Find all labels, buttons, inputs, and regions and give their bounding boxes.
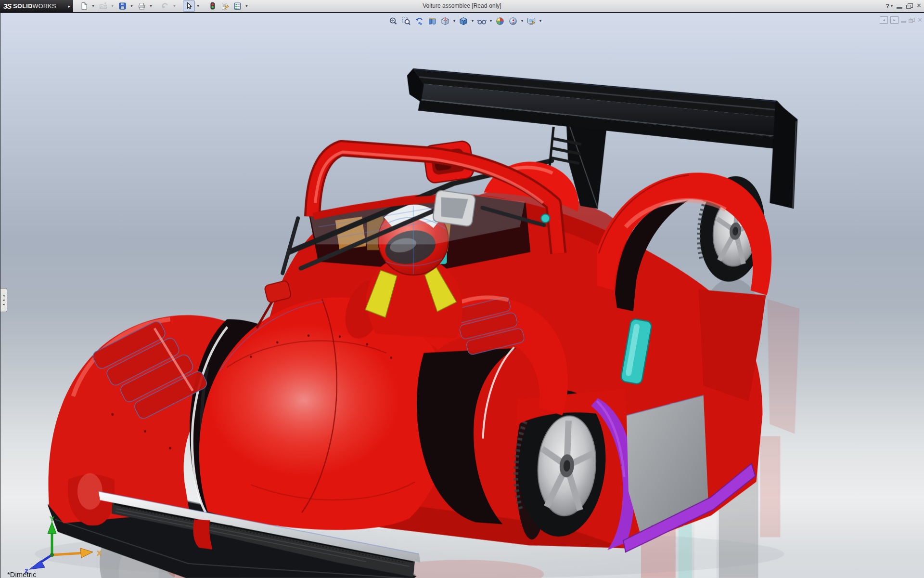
apply-scene-button[interactable] — [507, 15, 519, 26]
previous-view-icon — [414, 16, 424, 26]
solidworks-wordmark: SOLIDWORKS — [13, 3, 56, 10]
edit-appearance-icon — [495, 16, 505, 26]
view-settings-icon — [526, 16, 536, 26]
flyout-right-icon: ▸ — [68, 4, 70, 9]
new-document-icon — [80, 2, 88, 10]
panel-right-icon: ▸ — [894, 18, 896, 22]
triad-x-label: X — [97, 550, 102, 557]
collapse-left-icon: ◂ — [3, 294, 5, 298]
close-button[interactable]: ✕ — [916, 0, 922, 12]
display-style-icon — [459, 16, 468, 26]
print-dropdown[interactable]: ▾ — [148, 1, 154, 11]
main-toolbar: ▾ ▾ ▾ — [73, 0, 250, 12]
options-list-icon — [233, 2, 242, 10]
menu-flyout-arrow[interactable]: ▸ — [65, 0, 73, 12]
car-model-render — [0, 13, 924, 578]
hide-show-items-button[interactable] — [475, 15, 488, 26]
undo-arrow-icon — [161, 2, 169, 10]
panel-left-icon: ◂ — [883, 18, 885, 22]
section-view-icon — [427, 16, 437, 26]
undo-button[interactable] — [159, 0, 171, 12]
print-icon — [138, 2, 146, 10]
orientation-triad: Y X Z — [6, 516, 107, 575]
collapse-left-pane-button[interactable]: ◂ — [880, 16, 888, 24]
rebuild-traffic-light-icon — [208, 2, 217, 10]
right-mirror — [433, 190, 476, 227]
viewport-3d[interactable]: ▾ ▾ ▾ — [0, 13, 924, 578]
solidworks-window: 3S SOLIDWORKS ▸ ▾ ▾ — [0, 0, 924, 578]
save-floppy-icon — [118, 2, 127, 10]
options-dropdown[interactable]: ▾ — [244, 1, 249, 11]
rebuild-button[interactable] — [206, 0, 218, 12]
hide-show-items-icon — [477, 16, 487, 26]
minimize-button[interactable] — [897, 7, 902, 9]
zoom-to-area-icon — [401, 16, 411, 26]
zoom-to-fit-button[interactable] — [387, 15, 399, 26]
view-orientation-dropdown[interactable]: ▾ — [452, 19, 457, 23]
document-restore-button[interactable] — [909, 18, 915, 23]
apply-scene-dropdown[interactable]: ▾ — [520, 19, 525, 23]
zoom-to-area-button[interactable] — [400, 15, 412, 26]
document-minimize-button[interactable] — [901, 21, 906, 23]
titlebar: 3S SOLIDWORKS ▸ ▾ ▾ — [0, 0, 924, 13]
open-dropdown[interactable]: ▾ — [110, 1, 115, 11]
hide-show-items-dropdown[interactable]: ▾ — [488, 19, 493, 23]
file-properties-button[interactable] — [219, 0, 231, 12]
edit-appearance-button[interactable] — [494, 15, 506, 26]
view-orientation-label: *Dimetric — [7, 571, 37, 578]
open-folder-icon — [99, 2, 107, 10]
new-document-button[interactable] — [78, 0, 90, 12]
collapse-left-icon: ◂ — [3, 302, 5, 306]
new-document-dropdown[interactable]: ▾ — [90, 1, 96, 11]
file-properties-icon — [221, 2, 229, 10]
view-orientation-button[interactable] — [439, 15, 451, 26]
document-window-controls: ◂ ▸ ✕ — [880, 16, 923, 24]
help-icon: ? — [886, 2, 889, 10]
collapse-left-icon: ◂ — [3, 298, 5, 302]
zoom-to-fit-icon — [388, 16, 398, 26]
restore-button[interactable] — [906, 3, 912, 8]
select-button[interactable] — [183, 0, 195, 12]
select-dropdown[interactable]: ▾ — [195, 1, 201, 11]
window-title: Voiture assomblee [Read-only] — [423, 0, 501, 12]
display-style-dropdown[interactable]: ▾ — [470, 19, 475, 23]
solidworks-logo: 3S SOLIDWORKS — [0, 0, 65, 12]
view-orientation-icon — [440, 16, 450, 26]
heads-up-view-toolbar: ▾ ▾ ▾ — [387, 15, 543, 26]
help-dropdown-icon: ▾ — [891, 4, 893, 8]
undo-dropdown[interactable]: ▾ — [172, 1, 177, 11]
previous-view-button[interactable] — [413, 15, 425, 26]
triad-y-label: Y — [50, 516, 54, 523]
section-view-button[interactable] — [426, 15, 438, 26]
collapse-right-pane-button[interactable]: ▸ — [890, 16, 898, 24]
view-settings-dropdown[interactable]: ▾ — [538, 19, 543, 23]
apply-scene-icon — [508, 16, 518, 26]
save-button[interactable] — [116, 0, 128, 12]
window-controls: ? ▾ ✕ — [886, 0, 922, 12]
view-settings-button[interactable] — [525, 15, 538, 26]
print-button[interactable] — [136, 0, 148, 12]
options-button[interactable] — [231, 0, 244, 12]
select-cursor-icon — [185, 2, 193, 10]
display-style-button[interactable] — [457, 15, 470, 26]
save-dropdown[interactable]: ▾ — [129, 1, 134, 11]
open-button[interactable] — [97, 0, 109, 12]
document-close-button[interactable]: ✕ — [917, 17, 923, 23]
help-button[interactable]: ? ▾ — [886, 2, 893, 10]
dassault-3s-logo-icon: 3S — [3, 2, 11, 10]
featuremanager-flyout-tab[interactable]: ◂ ◂ ◂ — [0, 288, 7, 312]
